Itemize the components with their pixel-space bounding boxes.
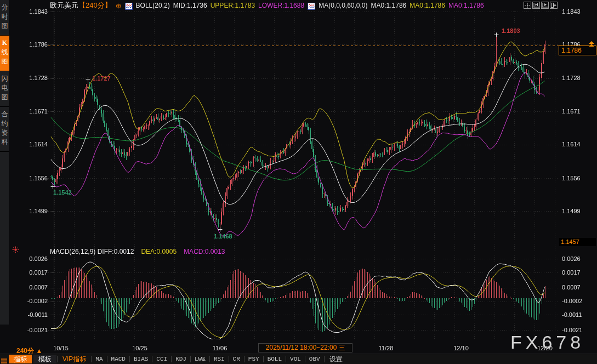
toolbar-indicator-kdj[interactable]: KDJ <box>172 356 190 362</box>
price-up-arrows-icon <box>589 41 594 47</box>
boll-lower-value: LOWER:1.1688 <box>258 2 304 9</box>
macd-tick-right: 0.0007 <box>562 285 596 291</box>
date-tick: 12/20 <box>537 345 553 351</box>
menu-icon[interactable] <box>1 356 7 362</box>
toolbar-indicator-lw[interactable]: LW& <box>191 356 209 362</box>
price-tick-right: 1.1556 <box>562 175 596 181</box>
crosshair-button[interactable] <box>524 2 531 9</box>
ma-value-2: MA0:1.1786 <box>410 2 445 9</box>
fx-chart-app: 欧元美元 【240分】 ⊕ BOLL(20,2) MID:1.1736 UPPE… <box>0 0 597 364</box>
toolbar-separator <box>263 356 264 362</box>
toolbar-separator <box>229 356 229 362</box>
zoom-in-axis-button[interactable] <box>541 2 549 9</box>
range-min-box: 1.1457 <box>559 238 596 246</box>
macd-legend: MACD(26,12,9) DIFF:0.0012 DEA:0.0005 MAC… <box>50 248 225 255</box>
range-min-value: 1.1457 <box>561 238 579 245</box>
boll-upper-value: UPPER:1.1783 <box>211 2 255 9</box>
toolbar-indicator-vol[interactable]: VOL <box>287 356 304 362</box>
macd-value: MACD:0.0013 <box>184 248 225 255</box>
boll-indicator-icon[interactable] <box>125 2 133 9</box>
macd-params-diff: MACD(26,12,9) DIFF:0.0012 <box>50 248 134 255</box>
price-tick-right: 1.1843 <box>562 9 596 15</box>
date-tick: 11/06 <box>213 345 228 351</box>
ma-label: MA(0,0,0,60,0,0) <box>319 2 367 9</box>
sidebar-tab-1[interactable]: K线图 <box>0 36 9 71</box>
toolbar-separator <box>107 356 107 362</box>
macd-tick-right: -0.0021 <box>562 327 596 333</box>
toolbar-separator <box>171 356 172 362</box>
header-legend: 欧元美元 【240分】 ⊕ BOLL(20,2) MID:1.1736 UPPE… <box>50 0 484 11</box>
period-badge: 【240分】 <box>78 1 112 10</box>
tab-vip-indicator[interactable]: VIP指标 <box>58 355 90 364</box>
price-tick-right: 1.1499 <box>562 208 596 214</box>
boll-mid-value: MID:1.1736 <box>173 2 207 9</box>
toolbar-separator <box>286 356 286 362</box>
sidebar-tab-0[interactable]: 分时图 <box>0 0 9 36</box>
macd-tick-right: -0.0011 <box>562 312 596 318</box>
price-annotation-high: 1.1803 <box>502 28 520 34</box>
sidebar-tab-3[interactable]: 合约资料 <box>0 107 9 152</box>
price-tick-right: 1.1671 <box>562 109 596 115</box>
ma-indicator-icon[interactable] <box>308 2 315 9</box>
macd-dea-value: DEA:0.0005 <box>141 248 177 255</box>
macd-tick-right: 0.0017 <box>562 270 596 276</box>
date-tick: 12/10 <box>453 345 469 351</box>
price-annotation-high: 1.1727 <box>92 76 111 82</box>
toolbar-indicator-cr[interactable]: CR <box>230 356 243 362</box>
macd-tick-left: -0.0021 <box>0 327 48 333</box>
current-price-box: 1.1786 <box>559 46 596 55</box>
selected-candle-date: 2025/11/12 18:00~22:00 三 <box>258 343 352 352</box>
up-arrow-icon <box>589 44 594 47</box>
hot-indicator-icon <box>12 246 19 255</box>
symbol-name: 欧元美元 <box>50 1 78 10</box>
date-tick: 11/28 <box>379 345 394 351</box>
tab-template[interactable]: 模板 <box>33 355 56 363</box>
toolbar-separator <box>152 356 152 362</box>
toolbar-separator <box>129 356 130 362</box>
pan-right-button[interactable] <box>550 2 558 9</box>
ma-value-3: MA0:1.1786 <box>448 2 484 9</box>
chart-control-buttons <box>524 2 558 9</box>
price-annotation-low: 1.1468 <box>214 234 232 240</box>
toolbar-indicator-psy[interactable]: PSY <box>245 356 263 362</box>
boll-label: BOLL(20,2) <box>136 2 170 9</box>
sidebar-tab-2[interactable]: 闪电图 <box>0 71 9 107</box>
zoom-out-axis-button[interactable] <box>532 2 540 9</box>
bottom-toolbar: 指标 模板 VIP指标 MAMACDBIASCCIKDJLW&RSICRPSYB… <box>0 354 597 364</box>
toolbar-indicator-bias[interactable]: BIAS <box>130 356 151 362</box>
left-sidebar: 分时图K线图闪电图合约资料 <box>0 0 9 325</box>
zoom-plus-icon[interactable]: ⊕ <box>116 2 122 10</box>
toolbar-separator <box>91 356 92 362</box>
toolbar-separator <box>244 356 245 362</box>
toolbar-settings[interactable]: 设置 <box>325 355 347 364</box>
toolbar-separator <box>57 356 58 362</box>
price-tick-right: 1.1728 <box>562 75 596 81</box>
toolbar-indicator-obv[interactable]: OBV <box>306 356 323 362</box>
toolbar-indicator-cci[interactable]: CCI <box>153 356 170 362</box>
toolbar-separator <box>324 356 325 362</box>
price-annotation-low: 1.1542 <box>53 190 72 196</box>
candlestick-chart-canvas[interactable] <box>0 0 597 364</box>
toolbar-separator <box>190 356 191 362</box>
date-tick: 10/25 <box>132 345 147 351</box>
toolbar-indicator-macd[interactable]: MACD <box>108 356 129 362</box>
sidebar-tab-letter: K <box>2 39 7 47</box>
toolbar-indicator-rsi[interactable]: RSI <box>211 356 228 362</box>
current-price-value: 1.1786 <box>561 47 582 54</box>
macd-tick-right: -0.0002 <box>562 298 596 304</box>
tab-indicator[interactable]: 指标 <box>9 355 32 363</box>
toolbar-indicator-ma[interactable]: MA <box>92 356 106 362</box>
date-tick: 10/15 <box>53 345 69 351</box>
price-tick-right: 1.1614 <box>562 141 596 147</box>
toolbar-indicator-boll[interactable]: BOLL <box>264 356 285 362</box>
toolbar-separator <box>305 356 305 362</box>
macd-tick-right: 0.0026 <box>562 256 596 262</box>
toolbar-separator <box>209 356 210 362</box>
ma-value-1: MA0:1.1786 <box>371 2 407 9</box>
